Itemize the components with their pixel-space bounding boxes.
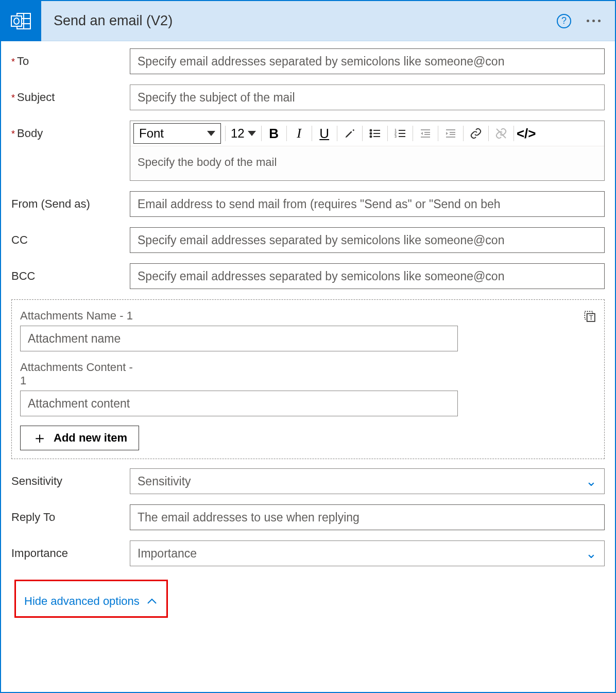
row-cc: CC (11, 227, 605, 253)
chevron-down-icon: ⌄ (586, 546, 597, 562)
hide-advanced-options-label: Hide advanced options (24, 595, 140, 608)
font-size-picker[interactable]: 12 (228, 123, 259, 144)
row-from: From (Send as) (11, 191, 605, 217)
add-new-item-label: Add new item (54, 431, 127, 445)
attachment-content-input[interactable] (20, 391, 458, 416)
toolbar-separator (261, 126, 262, 141)
numbered-list-button[interactable]: 123 (390, 123, 410, 144)
label-importance: Importance (11, 540, 130, 560)
font-picker-label: Font (139, 126, 164, 141)
code-view-button[interactable]: </> (516, 123, 537, 144)
toolbar-separator (286, 126, 287, 141)
toolbar-separator (387, 126, 388, 141)
label-reply-to: Reply To (11, 504, 130, 524)
hide-advanced-options-link[interactable]: Hide advanced options (22, 591, 159, 611)
attachment-name-input[interactable] (20, 326, 458, 351)
row-reply-to: Reply To (11, 504, 605, 530)
italic-button[interactable]: I (289, 123, 310, 144)
toolbar-separator (463, 126, 464, 141)
svg-text:3: 3 (395, 134, 397, 138)
form-body: To Subject Body Font 12 (1, 41, 615, 618)
label-from: From (Send as) (11, 191, 130, 211)
chevron-up-icon (147, 598, 157, 605)
toolbar-separator (488, 126, 489, 141)
attachments-section: Attachments Name - 1 T Attachments Conte… (11, 299, 605, 459)
body-textarea[interactable]: Specify the body of the mail (130, 146, 604, 180)
svg-point-8 (370, 133, 371, 134)
highlighted-region: Hide advanced options (14, 580, 168, 618)
row-to: To (11, 48, 605, 74)
font-picker[interactable]: Font (133, 123, 221, 144)
svg-point-6 (370, 130, 371, 131)
sensitivity-placeholder: Sensitivity (138, 475, 191, 488)
card-title: Send an email (V2) (41, 13, 557, 29)
row-subject: Subject (11, 84, 605, 110)
row-importance: Importance Importance ⌄ (11, 540, 605, 566)
importance-placeholder: Importance (138, 547, 197, 561)
caret-down-icon (248, 131, 256, 136)
svg-text:T: T (589, 314, 593, 322)
toolbar-separator (438, 126, 438, 141)
label-bcc: BCC (11, 263, 130, 283)
body-editor: Font 12 B I U (130, 121, 605, 181)
toolbar-separator (337, 126, 337, 141)
label-cc: CC (11, 227, 130, 247)
add-new-item-button[interactable]: ＋ Add new item (20, 426, 139, 450)
toolbar-separator (225, 126, 226, 141)
svg-point-10 (370, 136, 371, 138)
toolbar-separator (413, 126, 413, 141)
outlook-logo-svg (10, 10, 32, 32)
unlink-button[interactable] (491, 123, 511, 144)
card-header: Send an email (V2) ? (1, 1, 615, 41)
to-input[interactable] (130, 48, 605, 74)
label-body: Body (11, 121, 130, 140)
importance-select[interactable]: Importance ⌄ (130, 540, 605, 566)
indent-button[interactable] (440, 123, 461, 144)
attachment-name-label: Attachments Name - 1 (20, 309, 583, 323)
bold-button[interactable]: B (264, 123, 284, 144)
toolbar-separator (514, 126, 514, 141)
outdent-button[interactable] (415, 123, 436, 144)
sensitivity-select[interactable]: Sensitivity ⌄ (130, 468, 605, 494)
label-sensitivity: Sensitivity (11, 468, 130, 488)
from-input[interactable] (130, 191, 605, 217)
chevron-down-icon: ⌄ (586, 474, 597, 489)
row-sensitivity: Sensitivity Sensitivity ⌄ (11, 468, 605, 494)
rich-text-toolbar: Font 12 B I U (130, 121, 604, 146)
toolbar-separator (312, 126, 312, 141)
help-icon[interactable]: ? (557, 14, 571, 28)
cc-input[interactable] (130, 227, 605, 253)
more-icon[interactable] (587, 20, 601, 22)
link-button[interactable] (466, 123, 486, 144)
outlook-icon (1, 1, 41, 41)
plus-icon: ＋ (32, 430, 47, 446)
underline-button[interactable]: U (314, 123, 335, 144)
subject-input[interactable] (130, 84, 605, 110)
label-subject: Subject (11, 84, 130, 104)
attachment-content-label: Attachments Content - 1 (20, 361, 133, 387)
header-actions: ? (557, 14, 615, 28)
font-size-value: 12 (231, 126, 245, 141)
bcc-input[interactable] (130, 263, 605, 289)
row-body: Body Font 12 B I (11, 121, 605, 181)
color-picker-button[interactable] (339, 123, 360, 144)
bulleted-list-button[interactable] (365, 123, 385, 144)
toolbar-separator (362, 126, 363, 141)
switch-to-array-icon[interactable]: T (583, 309, 596, 323)
caret-down-icon (207, 131, 215, 136)
reply-to-input[interactable] (130, 504, 605, 530)
label-to: To (11, 48, 130, 68)
row-bcc: BCC (11, 263, 605, 289)
